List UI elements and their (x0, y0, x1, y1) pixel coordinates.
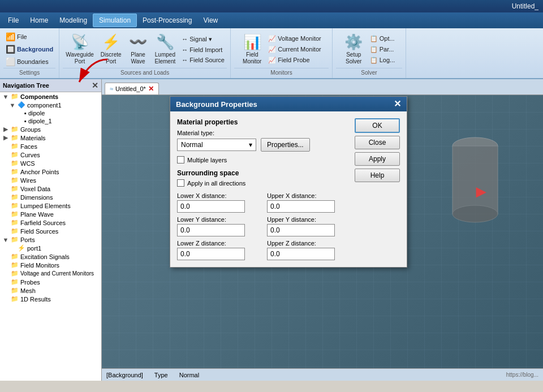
menu-simulation[interactable]: Simulation (93, 14, 137, 27)
tree-item-1d-results[interactable]: 📁 1D Results (0, 295, 101, 303)
tab-untitled[interactable]: ≈ Untitled_0* ✕ (105, 83, 159, 94)
ribbon-btn-current-monitor[interactable]: 📈 Current Monitor (266, 45, 323, 54)
upper-z-input[interactable] (267, 248, 335, 260)
tree-item-wires[interactable]: 📁 Wires (0, 176, 101, 184)
tree-item-ports[interactable]: ▼ 📁 Ports (0, 235, 101, 244)
materials-folder-icon: 📁 (11, 134, 19, 141)
tree-item-lumped-elements[interactable]: 📁 Lumped Elements (0, 201, 101, 210)
ribbon-btn-signal[interactable]: ↔ Signal ▾ (179, 35, 227, 44)
ribbon-btn-waveguide-port[interactable]: 📡 WaveguidePort (63, 31, 97, 68)
material-type-row: Normal ▾ Properties... (177, 138, 349, 152)
ribbon-btn-field-probe[interactable]: 📈 Field Probe (266, 55, 323, 65)
setup-solver-icon: ⚙️ (344, 33, 363, 51)
upper-z-label: Upper Z distance: (267, 240, 349, 247)
ribbon-btn-plane-wave[interactable]: 〰️ PlaneWave (126, 31, 151, 68)
menu-file[interactable]: File (2, 14, 24, 27)
tree-item-mesh[interactable]: 📁 Mesh (0, 286, 101, 295)
field-source-icon: ↔ (182, 57, 188, 63)
tree-item-field-monitors[interactable]: 📁 Field Monitors (0, 261, 101, 269)
ribbon-btn-setup-solver[interactable]: ⚙️ SetupSolver (341, 31, 367, 68)
svg-point-3 (453, 205, 498, 222)
status-url: https://blog... (506, 372, 538, 378)
tree-item-voxel-data[interactable]: 📁 Voxel Data (0, 184, 101, 193)
multiple-layers-checkbox[interactable] (177, 156, 184, 163)
tree-item-groups[interactable]: ▶ 📁 Groups (0, 125, 101, 133)
tree-item-components[interactable]: ▼ 📁 Components (0, 92, 101, 101)
nav-tree-title: Navigation Tree (3, 82, 49, 89)
log-icon: 📋 (370, 57, 378, 64)
ribbon-btn-boundaries[interactable]: ⬜ Boundaries (3, 56, 51, 67)
tree-item-faces[interactable]: 📁 Faces (0, 142, 101, 150)
tab-close-btn[interactable]: ✕ (148, 85, 154, 93)
lower-x-input[interactable] (177, 200, 245, 213)
expand-components[interactable]: ▼ (2, 93, 9, 100)
tree-item-plane-wave[interactable]: 📁 Plane Wave (0, 210, 101, 218)
help-button[interactable]: Help (355, 169, 400, 182)
apply-all-directions-label: Apply in all directions (187, 180, 245, 187)
tree-item-probes[interactable]: 📁 Probes (0, 278, 101, 286)
nav-tree-close[interactable]: ✕ (92, 81, 98, 90)
title-text: Untitled_ (512, 2, 538, 10)
tree-item-materials[interactable]: ▶ 📁 Materials (0, 133, 101, 142)
dialog-close-btn[interactable]: ✕ (394, 100, 401, 109)
tree-item-component1[interactable]: ▼ 🔷 component1 (0, 101, 101, 109)
voltage-monitor-icon: 📈 (268, 35, 276, 42)
expand-component1[interactable]: ▼ (9, 102, 16, 109)
ribbon-btn-background[interactable]: 🔲 Background (3, 44, 55, 55)
menu-home[interactable]: Home (24, 14, 54, 27)
current-monitor-icon: 📈 (268, 46, 276, 53)
probes-folder-icon: 📁 (11, 278, 19, 286)
menu-view[interactable]: View (197, 14, 223, 27)
field-import-icon: ↔ (182, 46, 188, 53)
properties-button[interactable]: Properties... (261, 138, 310, 152)
status-type-label: Type (154, 372, 168, 378)
menu-postprocessing[interactable]: Post-Processing (137, 14, 197, 27)
tree-item-anchor-points[interactable]: 📁 Anchor Points (0, 167, 101, 176)
ribbon-group-solver: ⚙️ SetupSolver 📋 Opt... 📋 Par... 📋 Log..… (333, 28, 406, 78)
curves-folder-icon: 📁 (11, 151, 19, 158)
tree-item-farfield-sources[interactable]: 📁 Farfield Sources (0, 218, 101, 227)
solver-group-label: Solver (336, 68, 402, 76)
ribbon-btn-field-source[interactable]: ↔ Field Source (179, 55, 227, 64)
tree-item-port1[interactable]: ⚡ port1 (0, 244, 101, 252)
ribbon-btn-lumped-element[interactable]: 🔧 LumpedElement (152, 31, 179, 68)
tree-item-wcs[interactable]: 📁 WCS (0, 159, 101, 167)
apply-button[interactable]: Apply (355, 152, 400, 166)
ribbon-btn-log[interactable]: 📋 Log... (368, 55, 398, 65)
tree-item-dipole[interactable]: ▪ dipole (0, 109, 101, 117)
ok-button[interactable]: OK (355, 118, 400, 133)
tree-item-voltage-current-monitors[interactable]: 📁 Voltage and Current Monitors (0, 269, 101, 278)
material-type-label: Material type: (177, 130, 349, 136)
lower-z-label: Lower Z distance: (177, 240, 259, 247)
tree-item-field-sources[interactable]: 📁 Field Sources (0, 227, 101, 235)
ribbon-btn-field-import[interactable]: ↔ Field Import (179, 45, 227, 54)
monitors-group-label: Monitors (234, 68, 329, 76)
dipole1-icon: ▪ (24, 118, 27, 124)
upper-y-input[interactable] (267, 224, 335, 236)
ribbon-btn-discrete-port[interactable]: ⚡ DiscretePort (98, 31, 124, 68)
tree-item-curves[interactable]: 📁 Curves (0, 150, 101, 159)
tree-item-dimensions[interactable]: 📁 Dimensions (0, 193, 101, 201)
lower-z-input[interactable] (177, 248, 245, 260)
menu-modeling[interactable]: Modeling (54, 14, 93, 27)
tree-item-excitation-signals[interactable]: 📁 Excitation Signals (0, 252, 101, 261)
farfield-folder-icon: 📁 (11, 219, 19, 226)
ribbon-btn-frequency[interactable]: 📶 File (3, 31, 29, 42)
upper-z-group: Upper Z distance: (267, 240, 349, 260)
ribbon-btn-par[interactable]: 📋 Par... (368, 45, 398, 54)
sources-group-label: Sources and Loads (63, 68, 227, 76)
ribbon-btn-field-monitor[interactable]: 📊 FieldMonitor (239, 31, 265, 68)
ribbon-btn-opt[interactable]: 📋 Opt... (368, 34, 398, 44)
ribbon-btn-voltage-monitor[interactable]: 📈 Voltage Monitor (266, 34, 323, 44)
material-type-select[interactable]: Normal ▾ (177, 139, 256, 151)
boundaries-icon: ⬜ (6, 57, 15, 66)
field-probe-icon: 📈 (268, 57, 276, 64)
distance-grid: Lower X distance: Upper X distance: Lowe… (177, 192, 349, 260)
tab-bar: ≈ Untitled_0* ✕ (102, 79, 543, 95)
tree-item-dipole1[interactable]: ▪ dipole_1 (0, 117, 101, 125)
upper-x-input[interactable] (267, 200, 335, 213)
dropdown-chevron-icon: ▾ (249, 141, 252, 149)
apply-all-directions-checkbox[interactable] (177, 179, 184, 187)
lower-y-input[interactable] (177, 224, 245, 236)
close-button[interactable]: Close (355, 136, 400, 149)
